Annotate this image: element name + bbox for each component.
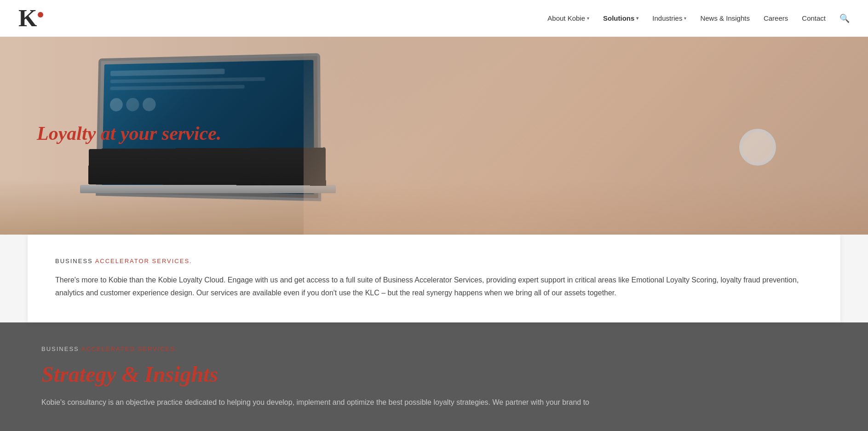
card-body-text: There's more to Kobie than the Kobie Loy… — [55, 274, 813, 299]
content-section: BUSINESS ACCELERATOR SERVICES. There's m… — [0, 235, 868, 322]
nav-label-careers: Careers — [764, 14, 788, 22]
main-nav: About Kobie ▾ Solutions ▾ Industries ▾ N… — [547, 13, 850, 23]
screen-icon-circle-3 — [143, 98, 156, 111]
screen-row-3 — [110, 85, 245, 90]
nav-item-about-kobie[interactable]: About Kobie ▾ — [547, 14, 589, 22]
dark-section-body: Kobie's consultancy is an objective prac… — [41, 396, 827, 409]
logo-dot — [38, 12, 43, 17]
screen-icon-circle-1 — [110, 98, 123, 111]
card-label-black: BUSINESS — [55, 258, 93, 264]
nav-label-about-kobie: About Kobie — [547, 14, 585, 22]
dark-label-black: BUSINESS — [41, 345, 79, 352]
nav-item-careers[interactable]: Careers — [764, 14, 788, 22]
screen-row-1 — [110, 69, 225, 76]
hand-background — [304, 37, 868, 235]
dark-section: BUSINESS ACCELERATED SERVICES. Strategy … — [0, 322, 868, 431]
header: K About Kobie ▾ Solutions ▾ Industries ▾… — [0, 0, 868, 37]
hero-section: Loyalty at your service. — [0, 37, 868, 235]
dark-section-label: BUSINESS ACCELERATED SERVICES. — [41, 345, 827, 352]
nav-item-news-insights[interactable]: News & Insights — [700, 14, 750, 22]
keyboard — [88, 147, 326, 185]
logo-letter: K — [18, 6, 37, 30]
screen-row-2 — [110, 77, 265, 83]
screen-content — [103, 60, 314, 118]
dark-section-title: Strategy & Insights — [41, 362, 827, 387]
nav-label-contact: Contact — [802, 14, 826, 22]
nav-label-news-insights: News & Insights — [700, 14, 750, 22]
card-label-red: ACCELERATOR SERVICES. — [95, 258, 192, 264]
hero-tagline: Loyalty at your service. — [37, 122, 221, 144]
chevron-down-icon: ▾ — [587, 16, 589, 21]
watch-face — [739, 129, 776, 166]
chevron-down-icon: ▾ — [636, 16, 638, 21]
chevron-down-icon: ▾ — [684, 16, 686, 21]
card-section-label: BUSINESS ACCELERATOR SERVICES. — [55, 258, 813, 264]
dark-label-red: ACCELERATED SERVICES. — [81, 345, 178, 352]
nav-item-contact[interactable]: Contact — [802, 14, 826, 22]
nav-item-solutions[interactable]: Solutions ▾ — [603, 14, 638, 22]
nav-item-industries[interactable]: Industries ▾ — [652, 14, 686, 22]
accelerator-card: BUSINESS ACCELERATOR SERVICES. There's m… — [28, 235, 840, 322]
screen-icon-circle-2 — [126, 98, 139, 111]
search-icon[interactable]: 🔍 — [839, 13, 850, 23]
nav-label-industries: Industries — [652, 14, 682, 22]
logo[interactable]: K — [18, 6, 43, 30]
laptop-base — [80, 185, 336, 194]
screen-icons-row — [110, 96, 306, 111]
nav-label-solutions: Solutions — [603, 14, 634, 22]
